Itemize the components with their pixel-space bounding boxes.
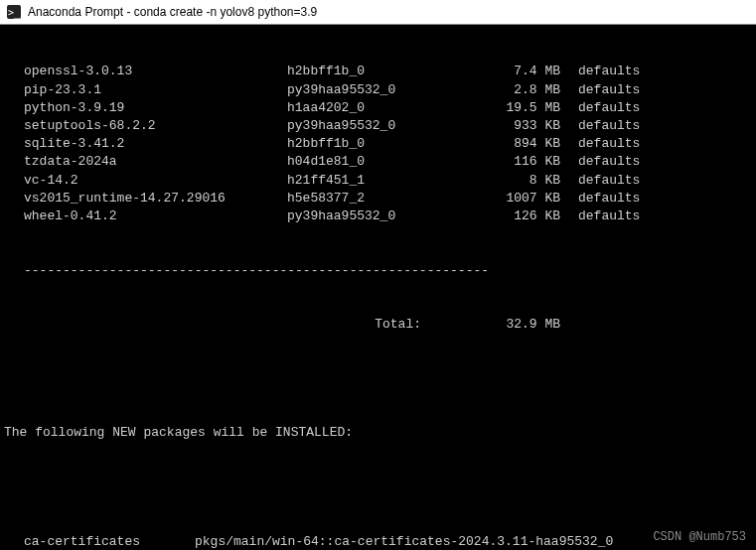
pkg-channel: defaults bbox=[570, 172, 752, 190]
pkg-build: h2bbff1b_0 bbox=[287, 135, 451, 153]
pkg-channel: defaults bbox=[570, 81, 752, 99]
pkg-size: 7.4 MB bbox=[451, 63, 570, 80]
pkg-name: vc-14.2 bbox=[4, 172, 287, 190]
pkg-channel: defaults bbox=[570, 207, 752, 225]
pkg-name: wheel-0.41.2 bbox=[4, 207, 287, 225]
pkg-build: py39haa95532_0 bbox=[287, 81, 451, 99]
pkg-size: 933 KB bbox=[451, 117, 570, 135]
total-value: 32.9 MB bbox=[451, 316, 570, 334]
svg-text:>_: >_ bbox=[8, 7, 21, 19]
pkg-size: 1007 KB bbox=[451, 190, 570, 207]
pkg-build: h04d1e81_0 bbox=[287, 153, 451, 171]
download-row: pip-23.3.1py39haa95532_02.8 MBdefaults bbox=[4, 81, 752, 99]
pkg-build: h1aa4202_0 bbox=[287, 99, 451, 117]
total-label: Total: bbox=[4, 316, 451, 334]
pkg-name: tzdata-2024a bbox=[4, 153, 287, 171]
pkg-channel: defaults bbox=[570, 63, 752, 80]
pkg-name: setuptools-68.2.2 bbox=[4, 117, 287, 135]
pkg-name: sqlite-3.41.2 bbox=[4, 135, 287, 153]
install-heading: The following NEW packages will be INSTA… bbox=[4, 424, 752, 442]
download-row: wheel-0.41.2py39haa95532_0126 KBdefaults bbox=[4, 207, 752, 225]
pkg-build: py39haa95532_0 bbox=[287, 117, 451, 135]
pkg-channel: defaults bbox=[570, 190, 752, 207]
total-row: Total: 32.9 MB bbox=[4, 316, 752, 334]
pkg-name: openssl-3.0.13 bbox=[4, 63, 287, 80]
pkg-name: vs2015_runtime-14.27.29016 bbox=[4, 190, 287, 207]
download-row: openssl-3.0.13h2bbff1b_07.4 MBdefaults bbox=[4, 63, 752, 80]
window-titlebar[interactable]: >_ Anaconda Prompt - conda create -n yol… bbox=[0, 0, 756, 25]
pkg-size: 126 KB bbox=[451, 207, 570, 225]
install-pkg-name: ca-certificates bbox=[4, 533, 195, 550]
pkg-size: 894 KB bbox=[451, 135, 570, 153]
download-row: setuptools-68.2.2py39haa95532_0933 KBdef… bbox=[4, 117, 752, 135]
pkg-channel: defaults bbox=[570, 117, 752, 135]
separator-line: ----------------------------------------… bbox=[4, 262, 752, 280]
pkg-size: 2.8 MB bbox=[451, 81, 570, 99]
pkg-name: pip-23.3.1 bbox=[4, 81, 287, 99]
pkg-channel: defaults bbox=[570, 99, 752, 117]
window-title: Anaconda Prompt - conda create -n yolov8… bbox=[28, 5, 317, 19]
download-row: vc-14.2h21ff451_18 KBdefaults bbox=[4, 172, 752, 190]
download-row: tzdata-2024ah04d1e81_0116 KBdefaults bbox=[4, 153, 752, 171]
anaconda-icon: >_ bbox=[6, 4, 22, 20]
pkg-channel: defaults bbox=[570, 135, 752, 153]
watermark-text: CSDN @Numb753 bbox=[653, 528, 746, 546]
pkg-size: 116 KB bbox=[451, 153, 570, 171]
pkg-build: h2bbff1b_0 bbox=[287, 63, 451, 80]
pkg-build: h5e58377_2 bbox=[287, 190, 451, 207]
download-row: vs2015_runtime-14.27.29016h5e58377_21007… bbox=[4, 190, 752, 207]
pkg-build: h21ff451_1 bbox=[287, 172, 451, 190]
terminal-area[interactable]: openssl-3.0.13h2bbff1b_07.4 MBdefaultspi… bbox=[0, 25, 756, 550]
pkg-size: 8 KB bbox=[451, 172, 570, 190]
pkg-size: 19.5 MB bbox=[451, 99, 570, 117]
pkg-channel: defaults bbox=[570, 153, 752, 171]
download-row: sqlite-3.41.2h2bbff1b_0894 KBdefaults bbox=[4, 135, 752, 153]
pkg-name: python-3.9.19 bbox=[4, 99, 287, 117]
download-row: python-3.9.19h1aa4202_019.5 MBdefaults bbox=[4, 99, 752, 117]
install-row: ca-certificatespkgs/main/win-64::ca-cert… bbox=[4, 533, 752, 550]
pkg-build: py39haa95532_0 bbox=[287, 207, 451, 225]
